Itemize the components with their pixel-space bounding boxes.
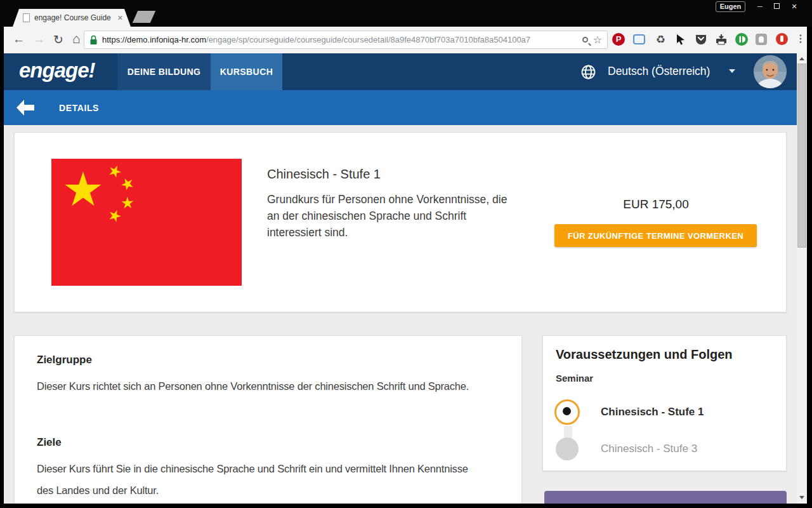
browser-profile-button[interactable]: Eugen: [716, 1, 745, 12]
radio-selected[interactable]: [554, 399, 580, 425]
page-viewport: engage! DEINE BILDUNG KURSBUCH Deutsch (…: [4, 53, 807, 504]
prereq-item-label[interactable]: Chinesisch - Stufe 3: [601, 443, 697, 455]
section-heading: Ziele: [37, 436, 62, 449]
ghostery-extension-icon[interactable]: [756, 33, 769, 46]
course-description: Grundkurs für Personen ohne Vorkenntniss…: [267, 191, 516, 241]
globe-icon[interactable]: [580, 64, 597, 81]
tab-deine-bildung[interactable]: DEINE BILDUNG: [117, 53, 211, 90]
chevron-down-icon[interactable]: [729, 69, 735, 73]
tab-label: DEINE BILDUNG: [128, 67, 201, 77]
scrollbar-down-icon[interactable]: [799, 496, 804, 499]
course-price: EUR 175,00: [551, 197, 761, 211]
page-favicon-icon: [23, 13, 30, 22]
window-titlebar: engage! Course Guide ✕ Eugen ─ ✕: [0, 0, 812, 27]
radio-unselected[interactable]: [556, 438, 579, 460]
url-path: /engage/sp/courseguide/courseguide/cours…: [206, 35, 580, 44]
window-minimize-button[interactable]: ─: [752, 1, 768, 12]
reload-icon[interactable]: ↻: [53, 32, 63, 47]
tab-kursbuch[interactable]: KURSBUCH: [211, 53, 282, 90]
subnav-bar: DETAILS: [4, 90, 807, 125]
tab-close-icon[interactable]: ✕: [117, 14, 123, 22]
reserve-button[interactable]: FÜR ZUKÜNFTIGE TERMINE VORMERKEN: [554, 224, 757, 247]
browser-tab[interactable]: engage! Course Guide ✕: [13, 9, 131, 27]
window-maximize-button[interactable]: [769, 1, 784, 12]
prerequisites-card: Voraussetzungen und Folgen Seminar Chine…: [542, 335, 787, 471]
tab-label: KURSBUCH: [220, 67, 273, 77]
pocket-extension-icon[interactable]: [695, 33, 708, 46]
bookmark-star-icon[interactable]: ☆: [593, 34, 602, 46]
language-selector[interactable]: Deutsch (Österreich): [608, 65, 710, 78]
recycle-extension-icon[interactable]: ♻: [654, 33, 667, 46]
url-host: https://demo.infoniqa-hr.com: [102, 35, 206, 44]
screenshot-extension-icon[interactable]: [633, 33, 646, 46]
engage-logo[interactable]: engage!: [19, 58, 95, 83]
section-text: Dieser Kurs führt Sie in die chinesische…: [37, 458, 481, 501]
stop-hand-extension-icon[interactable]: [776, 33, 789, 46]
pinterest-extension-icon[interactable]: P: [612, 33, 625, 46]
home-icon[interactable]: ⌂: [72, 31, 81, 46]
app-navbar: engage! DEINE BILDUNG KURSBUCH Deutsch (…: [4, 53, 807, 90]
scrollbar-thumb[interactable]: [797, 64, 806, 248]
prerequisites-subtitle: Seminar: [556, 373, 593, 384]
course-card: Chinesisch - Stufe 1 Grundkurs für Perso…: [14, 132, 787, 312]
timeline-connector: [564, 426, 572, 439]
green-badge-extension-icon[interactable]: [735, 33, 749, 46]
course-info-card: Zielgruppe Dieser Kurs richtet sich an P…: [14, 335, 522, 504]
section-text: Dieser Kurs richtet sich an Personen ohn…: [37, 375, 481, 397]
next-card-header: [544, 491, 787, 504]
prereq-item-label[interactable]: Chinesisch - Stufe 1: [601, 406, 704, 418]
cursor-off-extension-icon[interactable]: [674, 33, 688, 46]
course-title: Chinesisch - Stufe 1: [267, 167, 381, 182]
screenshot-root: { "titlebar": { "user_button": "Eugen", …: [0, 0, 812, 508]
printer-extension-icon[interactable]: [715, 33, 728, 46]
back-arrow-icon[interactable]: [15, 99, 36, 116]
address-bar[interactable]: https://demo.infoniqa-hr.com/engage/sp/c…: [84, 30, 608, 49]
tab-title: engage! Course Guide: [34, 13, 114, 22]
back-icon[interactable]: ←: [13, 32, 25, 46]
new-tab-button[interactable]: [133, 11, 155, 23]
scrollbar-up-icon[interactable]: [799, 57, 804, 60]
browser-toolbar: ← → ↻ ⌂ https://demo.infoniqa-hr.com/eng…: [4, 27, 807, 53]
https-lock-icon: [89, 35, 98, 45]
browser-menu-icon[interactable]: ⋮: [796, 32, 806, 44]
forward-icon: →: [33, 32, 45, 46]
section-heading: Zielgruppe: [37, 354, 92, 366]
avatar[interactable]: [754, 55, 787, 88]
china-flag-image: [51, 159, 242, 286]
window-close-button[interactable]: ✕: [787, 1, 802, 12]
scrollbar[interactable]: [797, 53, 807, 504]
subnav-title: DETAILS: [59, 103, 99, 113]
prerequisites-title: Voraussetzungen und Folgen: [556, 347, 733, 362]
zoom-icon[interactable]: [582, 37, 588, 43]
radio-dot: [563, 407, 571, 415]
